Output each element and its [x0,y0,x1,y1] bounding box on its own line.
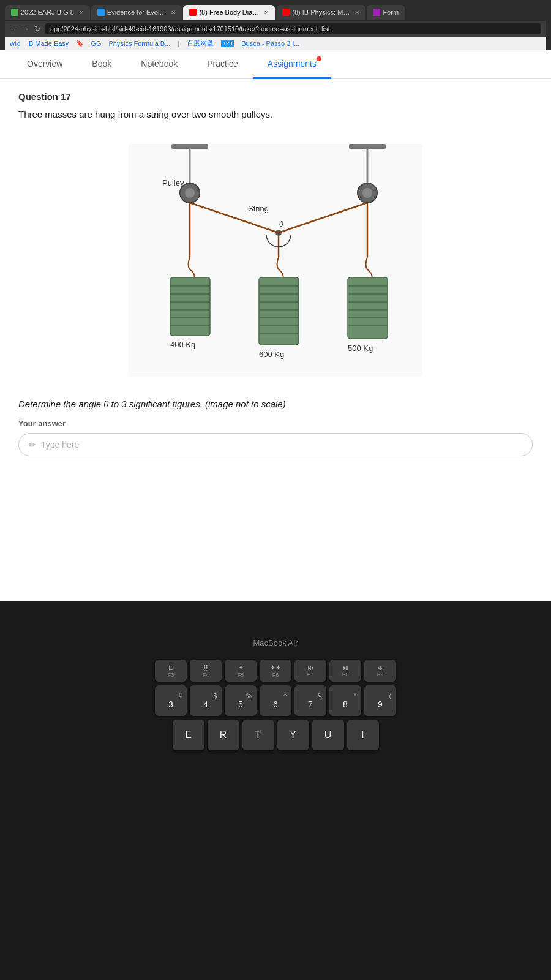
key-f8[interactable]: ⏯ F8 [329,660,361,682]
key-4[interactable]: $ 4 [190,685,222,716]
bookmark-r-icon: 🔖 [76,40,83,47]
determine-text: Determine the angle θ to 3 significant f… [18,399,533,409]
question-number: Question 17 [18,91,533,102]
tab-close-3[interactable]: ✕ [264,9,269,16]
key-f4[interactable]: ⣿ F4 [190,660,222,682]
svg-rect-26 [348,277,388,339]
tab-icon-4 [282,9,290,16]
answer-input-container[interactable]: ✏ Type here [18,433,533,456]
svg-text:θ: θ [279,220,283,228]
bookmark-baidu[interactable]: 百度网盘 [187,39,214,48]
bookmark-123: 123 [221,40,234,47]
tab-icon-2 [97,9,105,16]
svg-text:400 Kg: 400 Kg [170,340,195,349]
nav-tabs: Overview Book Notebook Practice Assignme… [0,50,551,79]
letter-key-row: E R T Y U I [173,720,379,750]
tab-2[interactable]: Evidence for Evol… ✕ [91,5,182,20]
svg-text:600 Kg: 600 Kg [259,350,284,359]
tab-bar: 2022 EARJ BIG 8 ✕ Evidence for Evol… ✕ (… [5,5,546,20]
key-u[interactable]: U [312,720,344,750]
bookmark-physics[interactable]: Physics Formula B... [109,40,171,47]
bookmark-busca[interactable]: Busca - Passo 3 |... [241,40,299,47]
svg-text:500 Kg: 500 Kg [348,344,373,353]
notification-dot [317,56,321,61]
svg-rect-42 [349,144,386,149]
key-f6[interactable]: ✦✦ F6 [260,660,291,682]
tab-icon-3 [189,9,197,16]
bookmark-sep: | [178,40,179,47]
tab-practice[interactable]: Practice [192,50,253,79]
tab-5[interactable]: Form [367,5,405,20]
tab-book[interactable]: Book [77,50,126,79]
bookmark-ibmadeeasy[interactable]: IB Made Easy [27,40,69,47]
browser-chrome: 2022 EARJ BIG 8 ✕ Evidence for Evol… ✕ (… [0,0,551,50]
tab-3[interactable]: (8) Free Body Dia… ✕ [183,5,275,20]
tab-close-4[interactable]: ✕ [354,9,359,16]
keyboard: ⊞ F3 ⣿ F4 ✦ F5 ✦✦ F6 ⏮ F7 ⏯ F8 [18,660,533,750]
svg-rect-18 [259,277,299,345]
key-y[interactable]: Y [277,720,309,750]
svg-text:String: String [248,204,269,213]
key-8[interactable]: * 8 [329,685,361,716]
question-text: Three masses are hung from a string over… [18,109,533,119]
key-6[interactable]: ^ 6 [260,685,291,716]
nav-back[interactable]: ← [10,24,17,33]
fn-key-row: ⊞ F3 ⣿ F4 ✦ F5 ✦✦ F6 ⏮ F7 ⏯ F8 [155,660,396,682]
answer-placeholder: Type here [41,440,79,450]
key-r[interactable]: R [208,720,239,750]
key-3[interactable]: # 3 [155,685,187,716]
tab-notebook[interactable]: Notebook [126,50,192,79]
question-container: Question 17 Three masses are hung from a… [0,79,551,469]
pulley-diagram-svg: Pulley String θ 400 Kg 600 Kg 500 Kg [129,144,422,377]
key-i[interactable]: I [347,720,379,750]
key-f3[interactable]: ⊞ F3 [155,660,187,682]
bookmark-wix[interactable]: wix [10,40,20,47]
nav-forward[interactable]: → [22,24,29,33]
tab-assignments[interactable]: Assignments [253,50,331,79]
tab-icon-1 [11,9,18,16]
address-bar-row: ← → ↻ app/2024-physics-hlsl/sid-49-cid-1… [5,21,546,37]
diagram-container: Pulley String θ 400 Kg 600 Kg 500 Kg [18,132,533,389]
content-area: Overview Book Notebook Practice Assignme… [0,50,551,601]
bookmarks-bar: wix IB Made Easy 🔖 GG Physics Formula B.… [5,37,546,50]
address-bar[interactable]: app/2024-physics-hlsl/sid-49-cid-161903/… [45,23,541,34]
svg-rect-41 [171,144,208,149]
key-7[interactable]: & 7 [294,685,326,716]
key-f9[interactable]: ⏭ F9 [364,660,396,682]
tab-1[interactable]: 2022 EARJ BIG 8 ✕ [5,5,90,20]
tab-4[interactable]: (8) IB Physics: M… ✕ [276,5,365,20]
macbook-label: MacBook Air [18,638,533,647]
key-f7[interactable]: ⏮ F7 [294,660,326,682]
key-t[interactable]: T [242,720,274,750]
tab-close-1[interactable]: ✕ [79,9,84,16]
svg-point-2 [185,188,195,198]
key-f5[interactable]: ✦ F5 [225,660,257,682]
number-key-row: # 3 $ 4 % 5 ^ 6 & 7 * 8 [155,685,396,716]
bookmark-gg[interactable]: GG [91,40,101,47]
svg-point-4 [362,188,372,198]
svg-text:Pulley: Pulley [162,178,184,187]
nav-refresh[interactable]: ↻ [34,24,40,33]
keyboard-area: MacBook Air ⊞ F3 ⣿ F4 ✦ F5 ✦✦ F6 ⏮ F7 [0,626,551,763]
key-5[interactable]: % 5 [225,685,257,716]
key-9[interactable]: ( 9 [364,685,396,716]
tab-icon-5 [373,9,380,16]
tab-overview[interactable]: Overview [12,50,77,79]
your-answer-label: Your answer [18,419,533,428]
tab-close-2[interactable]: ✕ [171,9,176,16]
pencil-icon: ✏ [29,440,36,450]
key-e[interactable]: E [173,720,204,750]
